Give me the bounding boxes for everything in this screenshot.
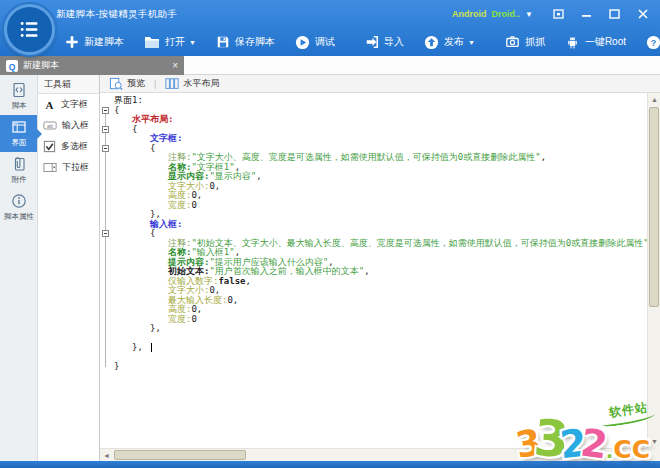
toolbox-item-check-box[interactable]: 多选框 [38,136,99,157]
sidebar: 脚本界面附件脚本属性 [0,75,38,461]
preview-button[interactable]: 预览 [106,77,148,91]
code-token: "初始文本、文字大小、最大输入长度、高度、宽度是可选属性，如需使用默认值，可保持… [191,238,647,248]
one-key-root-button[interactable]: 一键Root [556,30,635,54]
maximize-button[interactable] [607,8,622,21]
open-button[interactable]: 打开▼ [135,30,205,54]
horizontal-scroll-thumb[interactable] [114,450,246,460]
capture-button[interactable]: 抓抓 [496,30,554,54]
sidebar-item-script[interactable]: 脚本 [0,78,37,115]
code-token: , [541,152,546,162]
toolbox-item-dropdown-box[interactable]: 下拉框 [38,157,99,178]
input-icon: ab [43,119,57,132]
sidebar-item-label: 界面 [11,137,26,147]
fold-marker[interactable] [102,107,109,114]
interface-icon [11,119,27,135]
scroll-up-arrow[interactable]: ▲ [648,93,660,106]
window-title: 新建脚本-按键精灵手机助手 [56,8,177,21]
code-token: "文字大小、高度、宽度是可选属性，如需使用默认值，可保持值为0或直接删除此属性" [191,152,540,162]
sidebar-item-interface[interactable]: 界面 [0,115,37,152]
device-selector[interactable]: Android Droid.. ▼ [452,9,533,19]
toolbox-item-label: 输入框 [62,119,89,132]
tab-new-script[interactable]: Q 新建脚本 × [0,56,184,75]
code-token: , [215,181,220,191]
sidebar-item-attachments[interactable]: 附件 [0,152,37,189]
restore-button[interactable] [551,8,566,21]
sidebar-item-script-properties[interactable]: 脚本属性 [0,189,37,226]
svg-text:?: ? [651,37,656,47]
letter-a-icon: A [43,98,56,111]
code-token: }, [150,323,161,333]
code-token: 输入框: [150,219,182,229]
code-token: , [235,247,240,257]
fold-marker[interactable] [102,230,109,237]
main-menu-button[interactable] [4,4,55,55]
dropdown-icon [43,161,57,174]
code-token: }, [150,209,161,219]
code-line: 水平布局: [100,115,647,125]
help-button[interactable]: ?帮助 [637,30,660,54]
import-icon [365,35,379,49]
close-icon[interactable]: × [172,61,178,71]
sidebar-item-label: 附件 [11,174,26,184]
code-token: "提示用户应该输入什么内容" [209,257,328,267]
vertical-scroll-thumb[interactable] [649,107,659,307]
code-token: "显示内容" [209,171,256,181]
horizontal-layout-button[interactable]: 水平布局 [162,77,222,91]
code-line: }, [100,343,647,353]
toolbox-item-input-box[interactable]: ab输入框 [38,115,99,136]
code-token: , [364,266,369,276]
android-icon [565,35,580,50]
watermark: 软件站 3322.CC [516,402,650,461]
code-line: }, [100,324,647,334]
code-line [100,334,647,344]
code-token: 注释: [168,152,191,162]
publish-button[interactable]: 发布▼ [415,30,484,54]
code-token: 文字大小: [168,285,209,295]
sidebar-item-label: 脚本 [11,100,26,110]
vertical-scrollbar[interactable]: ▲ ▼ [647,93,660,448]
script-icon [11,82,27,98]
code-token: "输入框1" [191,247,234,257]
play-icon [295,35,310,50]
toolbox-item-label: 文字框 [61,98,88,111]
tab-bar: Q 新建脚本 × [0,56,660,75]
checkbox-icon [43,140,56,153]
debug-button[interactable]: 调试 [286,30,344,54]
save-icon [216,35,230,49]
chevron-down-icon: ▼ [189,39,196,46]
tab-label: 新建脚本 [23,59,59,72]
code-token: 最大输入长度: [168,295,227,305]
code-line [100,353,647,363]
code-token: 水平布局: [132,114,173,124]
code-token: , [256,171,261,181]
save-script-label: 保存脚本 [235,35,275,49]
fold-marker[interactable] [102,126,109,133]
watermark-letter: C [632,439,650,460]
svg-text:Q: Q [9,61,16,71]
code-token: 高度: [168,190,191,200]
app-window: 新建脚本-按键精灵手机助手 Android Droid.. ▼ 新建脚本打开▼保… [0,0,660,468]
code-token: 界面1: [114,95,143,105]
toolbox-item-text-box[interactable]: A文字框 [38,94,99,115]
code-token: 文字大小: [168,181,209,191]
chevron-down-icon: ▼ [468,39,475,46]
import-button[interactable]: 导入 [356,30,413,54]
new-script-button[interactable]: 新建脚本 [56,30,133,54]
code-token: , [197,304,202,314]
toolbox-panel: 工具箱 A文字框ab输入框多选框下拉框 [38,75,100,461]
new-script-label: 新建脚本 [84,35,124,49]
watermark-letter: C [613,439,631,460]
code-token: , [246,276,251,286]
svg-text:A: A [46,99,54,111]
device-name-droid: Droid.. [492,9,521,19]
columns-icon [165,77,179,91]
fold-marker[interactable] [102,145,109,152]
code-token: 仅输入数字: [168,276,218,286]
code-token: 文字框: [150,133,182,143]
code-token: { [114,105,119,115]
minimize-button[interactable] [579,8,594,21]
save-script-button[interactable]: 保存脚本 [207,30,284,54]
code-token: { [150,228,155,238]
publish-icon [424,35,439,50]
close-button[interactable] [635,8,650,21]
